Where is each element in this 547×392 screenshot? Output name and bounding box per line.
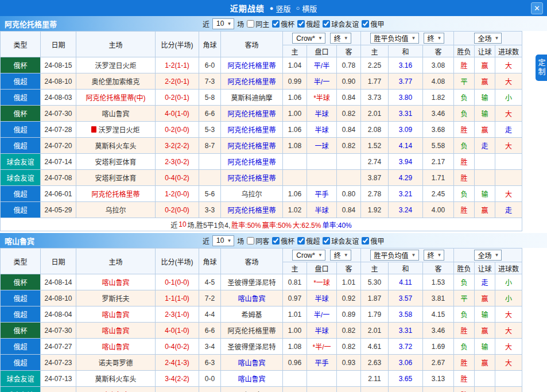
league-friendly-checkbox[interactable]: 球会友谊 [323,236,359,246]
league-super-checkbox[interactable]: 俄超 [297,19,320,29]
cell-away[interactable]: 乌拉尔 [221,186,283,202]
cell-home[interactable]: 阿克伦托格里蒂(中) [76,90,156,106]
customize-tab[interactable]: 定制 [536,55,547,81]
cell-goal: 大 [495,339,522,355]
mean-phase-select[interactable]: 终 ▼ [424,33,445,44]
match-count-select[interactable]: 10 ▼ [212,235,234,246]
cell-home[interactable]: 喀山鲁宾 [76,106,156,122]
cell-m2: 3.06 [389,355,423,371]
odds-company-select[interactable]: Crow* ▼ [292,33,325,44]
cell-away[interactable]: 阿克伦托格里蒂 [221,323,283,339]
cell-away[interactable]: 阿克伦托格里蒂 [221,73,283,90]
same-home-checkbox-input[interactable] [247,20,254,28]
match-count-select[interactable]: 10 ▼ [212,18,234,29]
cell-home[interactable]: 奥伦堡加索维克 [76,73,156,90]
cell-text: 1.77 [368,77,381,86]
odds-company-select[interactable]: Crow* ▼ [292,250,325,261]
close-button[interactable]: ✕ [531,2,543,14]
cell-home[interactable]: 乌拉尔 [76,202,156,218]
cell-away[interactable]: 阿克伦托格里蒂 [221,170,283,186]
cell-m2: 3.72 [389,339,423,355]
league-cup-checkbox-input[interactable] [272,20,280,28]
cell-away[interactable]: 圣彼得堡泽尼特 [221,339,283,355]
cell-m1: 1.52 [361,138,389,154]
mean-phase-select[interactable]: 终 ▼ [424,250,445,261]
league-super-checkbox[interactable]: 俄超 [297,236,320,246]
cell-away[interactable]: 阿克伦托格里蒂 [221,138,283,154]
cell-away[interactable]: 喀山鲁宾 [221,371,283,387]
cell-type: 球会友谊 [1,154,41,170]
mean-type-select[interactable]: 胜平负均值 ▼ [370,33,419,44]
cell-away[interactable]: 阿克伦托格里蒂 [221,202,283,218]
cell-home[interactable]: 阿克伦托格里蒂 [76,186,156,202]
cell-away[interactable]: 莫斯科迪纳摩 [221,90,283,106]
cell-home[interactable]: 安塔利亚体育 [76,154,156,170]
chevron-down-icon: ▼ [412,36,416,41]
cell-handicap: 半球 [307,122,337,138]
cell-text: 3.31 [399,327,412,335]
cell-text: 2.01 [368,110,381,118]
odds-phase-select[interactable]: 终 ▼ [330,33,351,44]
cell-home[interactable]: 罗斯托夫 [76,290,156,306]
cell-home[interactable]: 喀山鲁宾 [76,306,156,323]
cell-handicap [307,371,337,387]
cell-wl: 胜 [454,170,475,186]
same-away-checkbox[interactable]: 同客 [247,236,269,246]
same-away-checkbox-input[interactable] [247,237,254,244]
cell-away[interactable]: 希姆基 [221,306,283,323]
cell-home[interactable]: 喀山鲁宾 [76,387,156,392]
cell-text: 走 [505,125,512,134]
cell-text: 5.58 [432,142,445,150]
col-corner: 角球 [199,249,221,274]
cell-away[interactable]: 圣彼得堡泽尼特 [221,274,283,290]
cell-m3: 2.17 [423,154,454,170]
radio-vertical-layout[interactable]: ● 竖版 [270,3,291,14]
league-first-checkbox[interactable]: 俄甲 [362,236,384,246]
cell-a: 0.90 [337,73,361,90]
cell-home[interactable]: 沃罗涅日火炬 [76,122,156,138]
cell-text: 0.84 [342,94,355,102]
cell-away[interactable]: 阿克伦托格里蒂 [221,57,283,73]
cell-text: 赢 [481,205,488,215]
league-friendly-checkbox-input[interactable] [323,20,330,28]
cell-home[interactable]: 沃罗涅日火炬 [76,57,156,73]
cell-away[interactable]: 阿克伦托格里蒂 [221,154,283,170]
league-first-label: 俄甲 [370,19,384,29]
league-super-checkbox-input[interactable] [297,20,305,28]
cell-home[interactable]: 诺夫哥罗德 [76,355,156,371]
league-cup-checkbox[interactable]: 俄杯 [272,19,294,29]
cell-home[interactable]: 莫斯科火车头 [76,371,156,387]
scope-select[interactable]: 全场 ▼ [474,33,502,44]
cell-home[interactable]: 喀山鲁宾 [76,339,156,355]
cell-text: 半球 [315,125,328,134]
cell-home[interactable]: 安塔利亚体育 [76,170,156,186]
cell-away[interactable]: 叶尼塞 [221,387,283,392]
odds-phase-select[interactable]: 终 ▼ [330,250,351,261]
cell-text: 0.90 [342,77,355,86]
same-home-checkbox[interactable]: 同主 [247,19,269,29]
cell-home[interactable]: 莫斯科火车头 [76,138,156,154]
league-first-checkbox-input[interactable] [362,20,369,28]
cell-away[interactable]: 喀山鲁宾 [221,290,283,306]
cell-text: 1.02 [288,206,301,214]
cell-text: 1.08 [288,142,301,150]
cell-away[interactable]: 阿克伦托格里蒂 [221,106,283,122]
scope-select[interactable]: 全场 ▼ [474,250,502,261]
cell-text: 24-06-01 [44,190,72,198]
league-friendly-checkbox[interactable]: 球会友谊 [323,19,359,29]
league-friendly-checkbox-input[interactable] [323,237,330,244]
section-header-home-team: 阿克伦托格里蒂 近 10 ▼ 场 同主 俄杯 俄超 球会友谊 俄甲 [0,16,547,31]
cell-home[interactable]: 喀山鲁宾 [76,274,156,290]
league-super-checkbox-input[interactable] [297,237,305,244]
league-cup-checkbox-input[interactable] [272,237,280,244]
league-first-checkbox[interactable]: 俄甲 [362,19,384,29]
cell-text: 俄杯 [13,277,27,287]
league-cup-checkbox[interactable]: 俄杯 [272,236,294,246]
cell-home[interactable]: 喀山鲁宾 [76,323,156,339]
league-first-checkbox-input[interactable] [362,237,369,244]
radio-horizontal-layout[interactable]: ○ 横版 [296,3,317,14]
cell-a: 0.84 [337,202,361,218]
cell-away[interactable]: 阿克伦托格里蒂 [221,122,283,138]
cell-away[interactable]: 喀山鲁宾 [221,355,283,371]
mean-type-select[interactable]: 胜平负均值 ▼ [370,250,419,261]
